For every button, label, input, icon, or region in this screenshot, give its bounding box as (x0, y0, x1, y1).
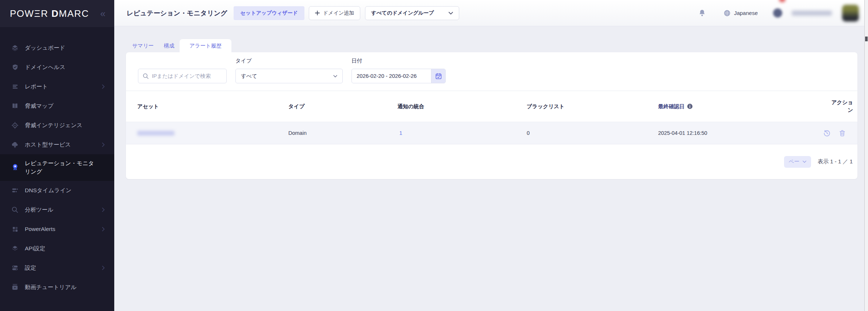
user-name-redacted (792, 11, 832, 16)
cell-last-checked: 2025-04-01 12:16:50 (658, 122, 707, 144)
domain-health-icon (11, 64, 19, 71)
dashboard-icon (11, 44, 19, 52)
sidebar-item-threat-intelligence[interactable]: 脅威インテリジェンス (0, 115, 114, 135)
globe-icon (723, 10, 731, 17)
avatar[interactable] (842, 5, 859, 22)
trash-icon[interactable] (839, 129, 846, 137)
logo-d-glyph: D (51, 8, 59, 19)
hosted-services-icon (11, 141, 19, 148)
calendar-icon (435, 73, 442, 80)
plus-icon (315, 11, 320, 15)
vertical-scrollbar[interactable] (864, 0, 868, 311)
cell-type: Domain (288, 122, 307, 144)
col-notification-integrations: 通知の統合 (397, 91, 424, 122)
sidebar-item-reputation-monitoring[interactable]: レピュテーション・モニタリング (0, 154, 114, 181)
language-switcher[interactable]: Japanese (723, 10, 758, 17)
date-range-value[interactable]: 2026-02-20 - 2026-02-26 (352, 69, 431, 83)
cell-notification-integrations[interactable]: 1 (399, 122, 402, 144)
video-tutorials-icon (11, 284, 19, 291)
dns-timeline-icon (11, 187, 19, 194)
chevron-right-icon (102, 266, 105, 270)
tab-configuration[interactable]: 構成 (159, 39, 180, 52)
page-title: レピュテーション・モニタリング (127, 9, 227, 18)
type-filter-label: タイプ (235, 57, 252, 64)
col-last-checked[interactable]: 最終確認日 (658, 91, 693, 122)
domain-group-value: すべてのドメイングループ (371, 10, 434, 16)
chevron-right-icon (102, 227, 105, 232)
col-blacklists: ブラックリスト (527, 91, 565, 122)
app-root: POWΞR DMARC « ダッシュボード ドメインヘルス レポート 脅威マップ (0, 0, 868, 311)
sidebar-item-analysis-tools[interactable]: 分析ツール (0, 200, 114, 220)
language-label: Japanese (734, 10, 758, 16)
col-actions: アクション (827, 91, 853, 122)
table-header-row: アセット タイプ 通知の統合 ブラックリスト 最終確認日 アクション (126, 91, 857, 122)
type-filter-select[interactable]: すべて (235, 69, 343, 83)
chevron-down-icon (333, 75, 337, 77)
sidebar-item-reports[interactable]: レポート (0, 77, 114, 96)
asset-redacted (137, 131, 174, 136)
col-asset: アセット (137, 91, 159, 122)
topbar-right: Japanese (698, 5, 859, 22)
user-mini-icon (773, 8, 782, 18)
add-domain-button[interactable]: ドメイン追加 (309, 6, 360, 20)
sidebar-item-hosted-services[interactable]: ホスト型サービス (0, 135, 114, 154)
reports-icon (11, 83, 19, 90)
alert-history-card: タイプ すべて 日付 2026-02-20 - 2026-02-26 アセット … (126, 52, 857, 179)
date-filter-label: 日付 (352, 57, 362, 64)
threat-intelligence-icon (11, 122, 19, 129)
tab-alert-history[interactable]: アラート履歴 (180, 39, 231, 52)
col-type: タイプ (288, 91, 305, 122)
calendar-button[interactable] (431, 69, 445, 83)
logo-text: POW (10, 8, 34, 19)
search-icon (143, 73, 149, 79)
sidebar-item-video-tutorials[interactable]: 動画チュートリアル (0, 278, 114, 297)
threat-map-icon (11, 102, 19, 110)
domain-group-select[interactable]: すべてのドメイングループ (365, 6, 459, 20)
poweralerts-icon (11, 226, 19, 233)
cell-blacklists: 0 (527, 122, 530, 144)
sidebar: POWΞR DMARC « ダッシュボード ドメインヘルス レポート 脅威マップ (0, 0, 114, 311)
chevron-down-icon (449, 12, 453, 15)
search-input[interactable] (152, 73, 222, 79)
history-icon[interactable] (823, 129, 831, 137)
topbar: レピュテーション・モニタリング セットアップウィザード ドメイン追加 すべてのド… (114, 0, 864, 26)
user-cluster[interactable] (773, 5, 859, 22)
table-row: Domain 1 0 2025-04-01 12:16:50 (126, 122, 857, 144)
table-footer: ペー 表示 1 - 1 ／ 1 (126, 144, 857, 179)
logo-e-glyph: Ξ (34, 8, 41, 19)
settings-icon (11, 264, 19, 272)
sidebar-collapse-icon[interactable]: « (100, 9, 105, 18)
setup-wizard-button[interactable]: セットアップウィザード (234, 6, 304, 20)
sidebar-item-settings[interactable]: 設定 (0, 258, 114, 278)
tab-bar: サマリー 構成 アラート履歴 (127, 39, 864, 52)
search-box (138, 69, 227, 83)
chevron-right-icon (102, 84, 105, 89)
content-area: サマリー 構成 アラート履歴 タイプ すべて 日付 2026-02-20 - 2… (114, 26, 864, 311)
analysis-tools-icon (11, 206, 19, 213)
sidebar-logo-area: POWΞR DMARC « (0, 0, 114, 27)
sidebar-item-poweralerts[interactable]: PowerAlerts (0, 220, 114, 239)
tab-summary[interactable]: サマリー (127, 39, 159, 52)
sidebar-item-domain-health[interactable]: ドメインヘルス (0, 57, 114, 77)
main-area: レピュテーション・モニタリング セットアップウィザード ドメイン追加 すべてのド… (114, 0, 864, 311)
notification-count-badge (779, 0, 786, 2)
sidebar-nav: ダッシュボード ドメインヘルス レポート 脅威マップ 脅威インテリジェンス (0, 27, 114, 297)
chevron-down-icon (803, 160, 806, 163)
page-size-select[interactable]: ペー (784, 156, 811, 168)
chevron-right-icon (102, 208, 105, 212)
powerdmarc-logo: POWΞR DMARC (10, 8, 89, 19)
sidebar-item-dashboard[interactable]: ダッシュボード (0, 38, 114, 57)
notifications-bell-icon[interactable] (698, 9, 706, 17)
type-filter-value: すべて (241, 73, 257, 80)
chevron-right-icon (102, 142, 105, 147)
sidebar-item-threat-map[interactable]: 脅威マップ (0, 96, 114, 115)
api-settings-icon (11, 245, 19, 252)
sidebar-item-api-settings[interactable]: API設定 (0, 239, 114, 258)
sidebar-item-dns-timeline[interactable]: DNSタイムライン (0, 181, 114, 200)
cell-asset[interactable] (137, 122, 174, 144)
row-actions (823, 122, 846, 144)
pagination-summary: 表示 1 - 1 ／ 1 (818, 158, 853, 165)
scrollbar-thumb[interactable] (865, 37, 868, 41)
date-range-picker: 2026-02-20 - 2026-02-26 (352, 69, 446, 83)
info-icon[interactable] (687, 103, 693, 109)
